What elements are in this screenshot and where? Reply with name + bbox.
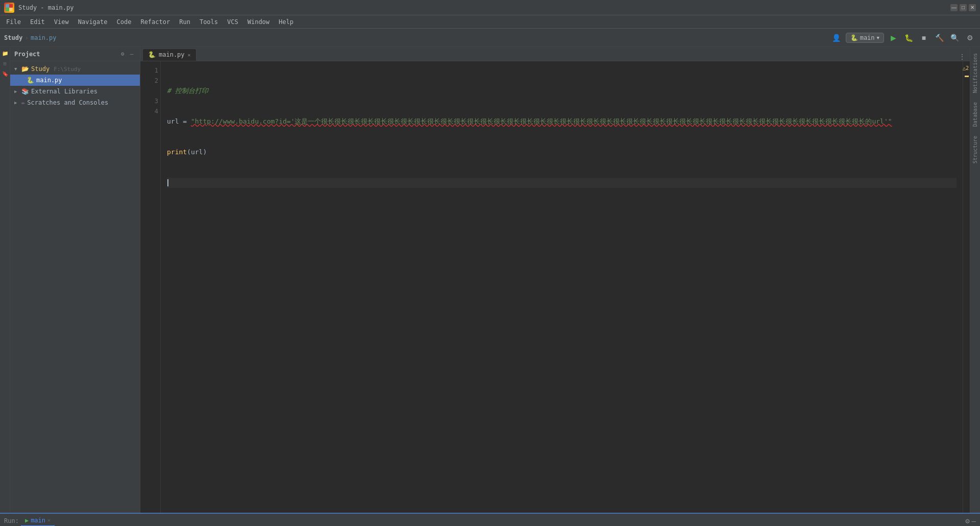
structure-right-label[interactable]: Structure	[971, 132, 979, 168]
main-toolbar: Study › main.py 👤 🐍 main ▼ ▶ 🐛 ■ 🔨 🔍 ⚙	[0, 29, 980, 47]
menu-code[interactable]: Code	[113, 17, 136, 27]
tab-close-icon[interactable]: ✕	[188, 52, 191, 58]
chevron-down-icon: ▼	[877, 35, 879, 40]
svg-rect-1	[9, 8, 13, 11]
tree-item-extlibs[interactable]: ▶ 📚 External Libraries	[10, 86, 140, 97]
project-breadcrumb: Study	[4, 34, 22, 41]
run-button[interactable]: ▶	[887, 32, 899, 44]
maximize-button[interactable]: □	[960, 4, 967, 11]
gear-icon[interactable]: ⚙	[118, 50, 127, 58]
editor-area: 🐍 main.py ✕ ⋮ 1 2 3 4 # 控制台打印 url = "htt…	[140, 47, 970, 513]
file-breadcrumb: main.py	[31, 34, 57, 41]
project-icon[interactable]: 📁	[1, 49, 9, 57]
expand-arrow-scratches: ▶	[14, 100, 19, 105]
bookmarks-icon[interactable]: 🔖	[1, 69, 9, 78]
menu-help[interactable]: Help	[275, 17, 298, 27]
project-panel: Project ⚙ — ▼ 📂 Study F:\Study 🐍 main.py	[10, 47, 140, 513]
right-sidebar: Notifications Database Structure	[970, 47, 980, 513]
warning-indicator[interactable]: △2	[963, 65, 969, 71]
study-path: F:\Study	[54, 66, 81, 73]
build-button[interactable]: 🔨	[933, 32, 945, 44]
code-line-1: # 控制台打印	[167, 86, 957, 96]
tree-item-scratches[interactable]: ▶ ✏ Scratches and Consoles	[10, 97, 140, 108]
run-config-selector[interactable]: 🐍 main ▼	[846, 33, 884, 43]
settings-button[interactable]: ⚙	[964, 32, 976, 44]
app-logo	[4, 3, 14, 13]
code-line-3: print(url)	[167, 147, 957, 157]
editor-tab-bar: 🐍 main.py ✕ ⋮	[140, 47, 970, 61]
close-button[interactable]: ✕	[969, 4, 976, 11]
run-tab-icon: ▶	[25, 517, 29, 524]
svg-rect-0	[6, 4, 9, 8]
expand-arrow-study: ▼	[14, 66, 19, 71]
expand-arrow-extlibs: ▶	[14, 89, 19, 94]
main-layout: 📁 ⊞ 🔖 Project ⚙ — ▼ 📂 Study F:\Study	[0, 47, 980, 513]
tab-filename: main.py	[159, 51, 185, 58]
database-label[interactable]: Database	[971, 98, 979, 131]
tree-item-study[interactable]: ▼ 📂 Study F:\Study	[10, 63, 140, 75]
run-tab-close[interactable]: ✕	[47, 517, 51, 523]
menu-file[interactable]: File	[2, 17, 25, 27]
minimize-button[interactable]: —	[950, 4, 958, 11]
gutter-mark	[965, 76, 969, 77]
menu-vcs[interactable]: VCS	[223, 17, 242, 27]
title-bar: Study - main.py — □ ✕	[0, 0, 980, 15]
comment-text: # 控制台打印	[167, 86, 208, 96]
structure-icon[interactable]: ⊞	[1, 59, 9, 67]
tab-file-icon: 🐍	[148, 51, 156, 58]
minimize-run-icon[interactable]: —	[972, 517, 976, 525]
menu-refactor[interactable]: Refactor	[136, 17, 174, 27]
menu-run[interactable]: Run	[175, 17, 194, 27]
tree-item-mainpy[interactable]: 🐍 main.py	[10, 75, 140, 86]
bottom-panel: Run: ▶ main ✕ ⚙ — ▶ ▲ 🔧 ▼ ▣ ↩ 🖨 🗑 D:\Pyt…	[0, 513, 980, 526]
bottom-panel-toolbar: ⚙ —	[965, 517, 976, 525]
code-content[interactable]: # 控制台打印 url = "http://www.baidu.com?id='…	[161, 61, 963, 513]
line-numbers: 1 2 3 4	[140, 61, 161, 513]
title-bar-left: Study - main.py	[4, 3, 74, 13]
debug-button[interactable]: 🐛	[902, 32, 915, 44]
notifications-label[interactable]: Notifications	[971, 49, 979, 97]
folder-icon-study: 📂	[21, 65, 29, 73]
window-title: Study - main.py	[18, 4, 74, 11]
svg-rect-3	[9, 4, 13, 8]
menu-view[interactable]: View	[50, 17, 73, 27]
tab-mainpy[interactable]: 🐍 main.py ✕	[142, 49, 197, 61]
scratch-icon: ✏	[21, 99, 25, 106]
study-folder-label: Study	[31, 65, 50, 73]
user-icon-button[interactable]: 👤	[830, 32, 843, 44]
project-label: Project	[14, 51, 40, 58]
editor-right-gutter: △2	[963, 61, 970, 513]
project-tree: ▼ 📂 Study F:\Study 🐍 main.py ▶ 📚 Externa…	[10, 61, 140, 513]
stop-button[interactable]: ■	[918, 32, 930, 44]
file-icon-mainpy: 🐍	[27, 77, 34, 84]
run-label: Run:	[4, 517, 19, 524]
code-editor: 1 2 3 4 # 控制台打印 url = "http://www.baidu.…	[140, 61, 970, 513]
text-cursor	[167, 179, 168, 186]
minimize-panel-icon[interactable]: —	[128, 50, 136, 58]
scratches-label: Scratches and Consoles	[27, 99, 108, 106]
tab-overflow-icon[interactable]: ⋮	[957, 53, 968, 61]
run-tab-label: main	[31, 517, 45, 524]
menu-bar: File Edit View Navigate Code Refactor Ru…	[0, 15, 980, 29]
menu-window[interactable]: Window	[243, 17, 274, 27]
extlib-icon: 📚	[21, 88, 29, 95]
extlibs-label: External Libraries	[31, 88, 97, 95]
menu-edit[interactable]: Edit	[26, 17, 49, 27]
left-sidebar-icons: 📁 ⊞ 🔖	[0, 47, 10, 513]
svg-rect-2	[6, 8, 9, 11]
settings-run-icon[interactable]: ⚙	[965, 517, 969, 525]
mainpy-label: main.py	[36, 77, 62, 84]
search-everywhere-button[interactable]: 🔍	[948, 32, 961, 44]
toolbar-left: Study › main.py	[4, 34, 57, 41]
project-panel-header: Project ⚙ —	[10, 47, 140, 61]
code-line-4	[167, 178, 957, 188]
menu-navigate[interactable]: Navigate	[74, 17, 112, 27]
run-config-label: main	[860, 34, 875, 41]
window-controls[interactable]: — □ ✕	[950, 4, 976, 11]
bottom-tab-bar: Run: ▶ main ✕ ⚙ —	[0, 514, 980, 526]
code-line-2: url = "http://www.baidu.com?id='这是一个很长很长…	[167, 116, 957, 127]
toolbar-right: 👤 🐍 main ▼ ▶ 🐛 ■ 🔨 🔍 ⚙	[830, 32, 976, 44]
bottom-tab-main[interactable]: ▶ main ✕	[21, 515, 55, 527]
menu-tools[interactable]: Tools	[195, 17, 222, 27]
